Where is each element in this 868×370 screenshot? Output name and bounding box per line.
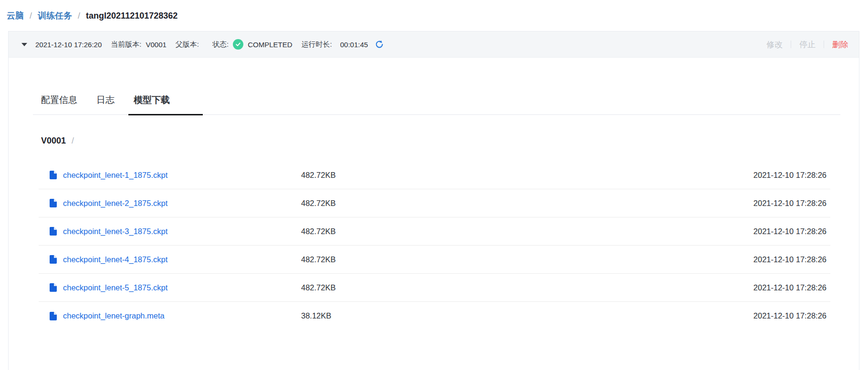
version-timestamp: 2021-12-10 17:26:20 — [35, 41, 102, 49]
file-name-cell: checkpoint_lenet-1_1875.ckpt — [39, 171, 301, 180]
action-divider — [791, 41, 791, 48]
file-link[interactable]: checkpoint_lenet-1_1875.ckpt — [63, 171, 167, 180]
file-date: 2021-12-10 17:28:26 — [753, 199, 830, 208]
file-link[interactable]: checkpoint_lenet-graph.meta — [63, 311, 165, 320]
file-row: checkpoint_lenet-1_1875.ckpt 482.72KB 20… — [39, 161, 830, 189]
file-link[interactable]: checkpoint_lenet-3_1875.ckpt — [63, 227, 167, 236]
breadcrumb-current-task: tangl202112101728362 — [86, 11, 178, 21]
file-name-cell: checkpoint_lenet-4_1875.ckpt — [39, 255, 301, 264]
file-size: 482.72KB — [301, 283, 753, 292]
file-date: 2021-12-10 17:28:26 — [753, 283, 830, 292]
file-document-icon — [50, 255, 57, 264]
version-header: 2021-12-10 17:26:20 当前版本: V0001 父版本: 状态:… — [9, 31, 859, 58]
stop-button[interactable]: 停止 — [799, 39, 816, 50]
file-date: 2021-12-10 17:28:26 — [753, 227, 830, 236]
parent-version-label: 父版本: — [176, 40, 199, 49]
file-name-cell: checkpoint_lenet-graph.meta — [39, 311, 301, 320]
duration-value: 00:01:45 — [340, 41, 368, 49]
refresh-icon[interactable] — [375, 40, 384, 49]
file-date: 2021-12-10 17:28:26 — [753, 311, 830, 320]
file-date: 2021-12-10 17:28:26 — [753, 255, 830, 264]
file-date: 2021-12-10 17:28:26 — [753, 171, 830, 180]
status-value: COMPLETED — [248, 41, 292, 49]
file-document-icon — [50, 227, 57, 236]
check-circle-icon — [233, 39, 243, 50]
file-size: 482.72KB — [301, 255, 753, 264]
duration-label: 运行时长: — [302, 40, 332, 49]
file-document-icon — [50, 199, 57, 207]
delete-button[interactable]: 删除 — [832, 39, 848, 50]
version-path: V0001 / — [41, 136, 859, 146]
tab-logs[interactable]: 日志 — [88, 93, 123, 114]
breadcrumb: 云脑 / 训练任务 / tangl202112101728362 — [7, 10, 178, 21]
file-row: checkpoint_lenet-3_1875.ckpt 482.72KB 20… — [39, 217, 830, 246]
action-divider — [824, 41, 824, 48]
file-size: 482.72KB — [301, 227, 753, 236]
file-link[interactable]: checkpoint_lenet-5_1875.ckpt — [63, 283, 167, 292]
file-name-cell: checkpoint_lenet-5_1875.ckpt — [39, 283, 301, 292]
version-path-folder: V0001 — [41, 136, 66, 145]
file-name-cell: checkpoint_lenet-3_1875.ckpt — [39, 227, 301, 236]
breadcrumb-separator: / — [78, 11, 80, 21]
file-document-icon — [50, 283, 57, 292]
file-document-icon — [50, 312, 57, 320]
task-version-card: 2021-12-10 17:26:20 当前版本: V0001 父版本: 状态:… — [8, 31, 859, 370]
file-row: checkpoint_lenet-5_1875.ckpt 482.72KB 20… — [39, 274, 830, 302]
status-label: 状态: — [212, 40, 229, 49]
tab-model-download[interactable]: 模型下载 — [125, 93, 178, 114]
current-version-label: 当前版本: — [111, 40, 141, 49]
version-path-separator: / — [72, 136, 74, 145]
file-size: 482.72KB — [301, 171, 753, 180]
tab-config-info[interactable]: 配置信息 — [33, 93, 85, 114]
version-actions: 修改 停止 删除 — [766, 39, 848, 50]
tab-bar: 配置信息 日志 模型下载 — [33, 93, 840, 115]
file-row: checkpoint_lenet-graph.meta 38.12KB 2021… — [39, 302, 830, 330]
current-version-value: V0001 — [146, 41, 166, 49]
file-name-cell: checkpoint_lenet-2_1875.ckpt — [39, 199, 301, 208]
breadcrumb-separator: / — [30, 11, 32, 21]
file-link[interactable]: checkpoint_lenet-2_1875.ckpt — [63, 199, 167, 208]
modify-button[interactable]: 修改 — [766, 39, 783, 50]
breadcrumb-link-training-tasks[interactable]: 训练任务 — [38, 11, 72, 21]
file-size: 482.72KB — [301, 199, 753, 208]
file-row: checkpoint_lenet-4_1875.ckpt 482.72KB 20… — [39, 246, 830, 274]
file-row: checkpoint_lenet-2_1875.ckpt 482.72KB 20… — [39, 189, 830, 217]
file-document-icon — [50, 171, 57, 179]
caret-down-icon[interactable] — [21, 43, 27, 46]
breadcrumb-link-cloudbrain[interactable]: 云脑 — [7, 11, 24, 21]
file-size: 38.12KB — [301, 311, 753, 320]
file-link[interactable]: checkpoint_lenet-4_1875.ckpt — [63, 255, 167, 264]
file-table: checkpoint_lenet-1_1875.ckpt 482.72KB 20… — [39, 161, 830, 330]
page: 云脑 / 训练任务 / tangl202112101728362 2021-12… — [0, 0, 868, 370]
